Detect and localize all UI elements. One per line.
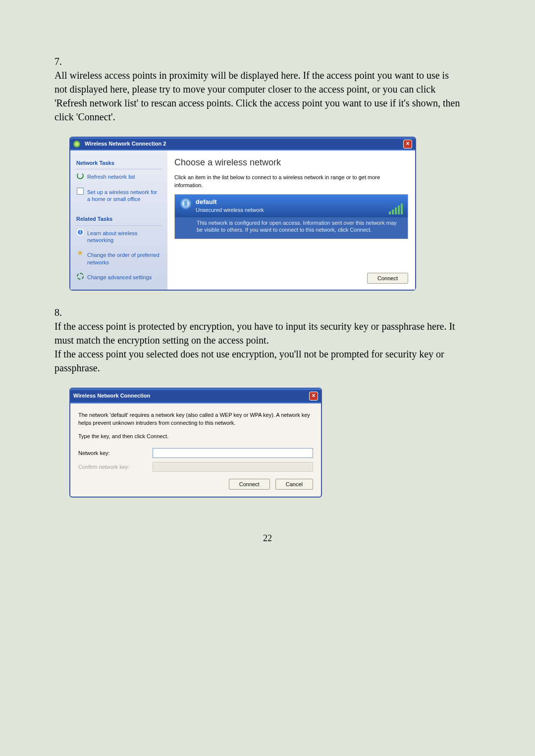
close-button[interactable]: × bbox=[403, 140, 412, 149]
refresh-icon bbox=[77, 172, 84, 179]
network-key-input[interactable] bbox=[153, 448, 313, 458]
main-panel: Choose a wireless network Click an item … bbox=[167, 151, 415, 290]
access-point-item[interactable]: default Unsecured wireless network This … bbox=[174, 194, 408, 239]
choose-network-heading: Choose a wireless network bbox=[174, 156, 408, 169]
key-description: The network 'default' requires a network… bbox=[78, 411, 313, 427]
dialog2-title: Wireless Network Connection bbox=[73, 392, 150, 400]
order-label: Change the order of preferred networks bbox=[87, 252, 160, 265]
dialog-titlebar[interactable]: Wireless Network Connection 2 × bbox=[70, 138, 415, 151]
confirm-key-row: Confirm network key: bbox=[78, 462, 313, 472]
step-7: 7. All wireless access points in proximi… bbox=[54, 54, 481, 124]
step-7-number: 7. bbox=[54, 54, 69, 68]
ap-text: default Unsecured wireless network bbox=[196, 198, 264, 214]
learn-label: Learn about wireless networking bbox=[87, 230, 138, 243]
signal-strength-icon bbox=[389, 198, 403, 214]
connect-button-2[interactable]: Connect bbox=[229, 479, 270, 490]
connect-button[interactable]: Connect bbox=[367, 273, 408, 284]
network-key-dialog: Wireless Network Connection × The networ… bbox=[69, 388, 322, 498]
monitor-icon bbox=[77, 188, 84, 195]
step-7-text: All wireless access points in proximity … bbox=[54, 68, 464, 124]
dialog2-button-row: Connect Cancel bbox=[78, 479, 313, 490]
antenna-icon bbox=[180, 198, 192, 209]
confirm-key-input bbox=[153, 462, 313, 472]
step-8-body: If the access point is protected by encr… bbox=[54, 319, 464, 375]
wireless-network-connection-dialog: Wireless Network Connection 2 × Network … bbox=[69, 137, 416, 291]
network-tasks-heading: Network Tasks bbox=[75, 157, 162, 169]
ap-list-empty-area bbox=[174, 239, 408, 266]
step-8-text-b: If the access point you selected does no… bbox=[54, 349, 444, 373]
learn-about-wireless[interactable]: iLearn about wireless networking bbox=[75, 226, 162, 248]
refresh-network-list[interactable]: Refresh network list bbox=[75, 169, 162, 184]
setup-label: Set up a wireless network for a home or … bbox=[87, 189, 157, 202]
refresh-label: Refresh network list bbox=[87, 174, 135, 180]
step-8-number: 8. bbox=[54, 305, 69, 319]
adv-label: Change advanced settings bbox=[87, 274, 152, 280]
gear-icon bbox=[77, 273, 84, 280]
confirm-key-label: Confirm network key: bbox=[78, 463, 153, 471]
network-key-row: Network key: bbox=[78, 448, 313, 458]
page-number: 22 bbox=[54, 532, 481, 545]
ap-security: Unsecured wireless network bbox=[196, 206, 264, 214]
setup-wireless-network[interactable]: Set up a wireless network for a home or … bbox=[75, 185, 162, 207]
ap-note: This network is configured for open acce… bbox=[175, 217, 408, 239]
title-left: Wireless Network Connection 2 bbox=[73, 140, 166, 148]
dialog-title: Wireless Network Connection 2 bbox=[85, 141, 166, 147]
choose-network-subtext: Click an item in the list below to conne… bbox=[174, 174, 408, 189]
change-advanced-settings[interactable]: Change advanced settings bbox=[75, 270, 162, 285]
type-key-prompt: Type the key, and then click Connect. bbox=[78, 433, 313, 440]
dialog-body: Network Tasks Refresh network list Set u… bbox=[70, 151, 415, 290]
related-tasks-heading: Related Tasks bbox=[75, 213, 162, 225]
info-icon: i bbox=[77, 229, 84, 236]
dialog-button-row: Connect bbox=[174, 266, 408, 285]
star-icon: ★ bbox=[77, 251, 84, 257]
change-network-order[interactable]: ★Change the order of preferred networks bbox=[75, 248, 162, 270]
sidebar: Network Tasks Refresh network list Set u… bbox=[70, 151, 167, 290]
cancel-button[interactable]: Cancel bbox=[275, 479, 313, 490]
step-8-text-a: If the access point is protected by encr… bbox=[54, 321, 455, 346]
dialog2-body: The network 'default' requires a network… bbox=[70, 403, 321, 497]
wireless-icon bbox=[73, 141, 80, 148]
close-button-2[interactable]: × bbox=[309, 392, 318, 401]
network-key-label: Network key: bbox=[78, 450, 153, 457]
dialog2-titlebar[interactable]: Wireless Network Connection × bbox=[70, 389, 321, 403]
step-8: 8. If the access point is protected by e… bbox=[54, 305, 481, 375]
ap-left: default Unsecured wireless network bbox=[180, 198, 264, 214]
ap-name: default bbox=[196, 198, 264, 206]
ap-header: default Unsecured wireless network bbox=[175, 195, 408, 217]
